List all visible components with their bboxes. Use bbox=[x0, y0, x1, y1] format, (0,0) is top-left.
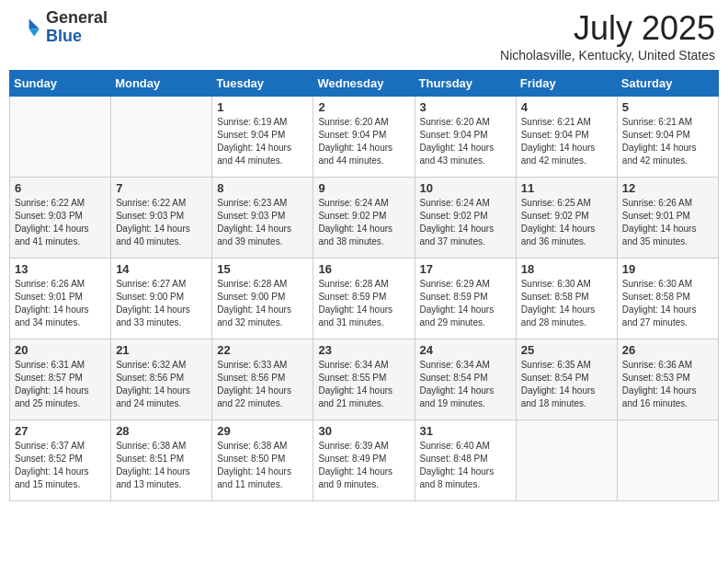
weekday-header: Tuesday bbox=[212, 71, 313, 97]
calendar-day-cell: 24Sunrise: 6:34 AM Sunset: 8:54 PM Dayli… bbox=[415, 339, 516, 420]
logo-text: General Blue bbox=[46, 9, 108, 46]
day-info: Sunrise: 6:20 AM Sunset: 9:04 PM Dayligh… bbox=[318, 116, 409, 167]
day-info: Sunrise: 6:20 AM Sunset: 9:04 PM Dayligh… bbox=[420, 116, 511, 167]
day-info: Sunrise: 6:22 AM Sunset: 9:03 PM Dayligh… bbox=[116, 197, 207, 248]
day-info: Sunrise: 6:35 AM Sunset: 8:54 PM Dayligh… bbox=[521, 359, 612, 410]
calendar: SundayMondayTuesdayWednesdayThursdayFrid… bbox=[9, 70, 719, 501]
svg-marker-1 bbox=[29, 29, 40, 36]
day-number: 8 bbox=[217, 181, 308, 195]
calendar-day-cell: 4Sunrise: 6:21 AM Sunset: 9:04 PM Daylig… bbox=[516, 97, 617, 178]
day-number: 31 bbox=[420, 424, 511, 438]
calendar-day-cell: 13Sunrise: 6:26 AM Sunset: 9:01 PM Dayli… bbox=[10, 259, 111, 339]
calendar-week-row: 13Sunrise: 6:26 AM Sunset: 9:01 PM Dayli… bbox=[10, 259, 719, 339]
calendar-day-cell: 2Sunrise: 6:20 AM Sunset: 9:04 PM Daylig… bbox=[313, 97, 415, 178]
day-info: Sunrise: 6:30 AM Sunset: 8:58 PM Dayligh… bbox=[622, 278, 713, 329]
day-info: Sunrise: 6:26 AM Sunset: 9:01 PM Dayligh… bbox=[15, 278, 106, 329]
day-number: 27 bbox=[15, 424, 106, 438]
weekday-header: Saturday bbox=[617, 71, 718, 97]
calendar-day-cell: 21Sunrise: 6:32 AM Sunset: 8:56 PM Dayli… bbox=[111, 339, 212, 420]
day-info: Sunrise: 6:33 AM Sunset: 8:56 PM Dayligh… bbox=[217, 359, 308, 410]
day-info: Sunrise: 6:38 AM Sunset: 8:51 PM Dayligh… bbox=[116, 440, 207, 491]
day-number: 18 bbox=[521, 262, 612, 276]
calendar-day-cell: 30Sunrise: 6:39 AM Sunset: 8:49 PM Dayli… bbox=[313, 420, 415, 501]
day-info: Sunrise: 6:39 AM Sunset: 8:49 PM Dayligh… bbox=[318, 440, 409, 491]
month-title: July 2025 bbox=[500, 9, 715, 48]
calendar-week-row: 27Sunrise: 6:37 AM Sunset: 8:52 PM Dayli… bbox=[10, 420, 719, 501]
calendar-day-cell: 9Sunrise: 6:24 AM Sunset: 9:02 PM Daylig… bbox=[313, 178, 415, 259]
weekday-header: Monday bbox=[111, 71, 212, 97]
weekday-header: Thursday bbox=[415, 71, 516, 97]
calendar-day-cell: 29Sunrise: 6:38 AM Sunset: 8:50 PM Dayli… bbox=[212, 420, 313, 501]
day-number: 11 bbox=[521, 181, 612, 195]
calendar-day-cell bbox=[617, 420, 718, 501]
logo: General Blue bbox=[13, 9, 108, 46]
day-number: 5 bbox=[622, 100, 713, 114]
day-info: Sunrise: 6:21 AM Sunset: 9:04 PM Dayligh… bbox=[622, 116, 713, 167]
day-number: 26 bbox=[622, 343, 713, 357]
day-info: Sunrise: 6:29 AM Sunset: 8:59 PM Dayligh… bbox=[420, 278, 511, 329]
day-number: 21 bbox=[116, 343, 207, 357]
weekday-header-row: SundayMondayTuesdayWednesdayThursdayFrid… bbox=[10, 71, 719, 97]
calendar-day-cell: 7Sunrise: 6:22 AM Sunset: 9:03 PM Daylig… bbox=[111, 178, 212, 259]
calendar-day-cell: 26Sunrise: 6:36 AM Sunset: 8:53 PM Dayli… bbox=[617, 339, 718, 420]
day-number: 30 bbox=[318, 424, 409, 438]
day-info: Sunrise: 6:32 AM Sunset: 8:56 PM Dayligh… bbox=[116, 359, 207, 410]
day-info: Sunrise: 6:26 AM Sunset: 9:01 PM Dayligh… bbox=[622, 197, 713, 248]
day-number: 15 bbox=[217, 262, 308, 276]
calendar-day-cell: 6Sunrise: 6:22 AM Sunset: 9:03 PM Daylig… bbox=[10, 178, 111, 259]
day-info: Sunrise: 6:21 AM Sunset: 9:04 PM Dayligh… bbox=[521, 116, 612, 167]
day-number: 22 bbox=[217, 343, 308, 357]
day-number: 1 bbox=[217, 100, 308, 114]
day-info: Sunrise: 6:34 AM Sunset: 8:54 PM Dayligh… bbox=[420, 359, 511, 410]
logo-icon bbox=[13, 13, 42, 42]
day-number: 6 bbox=[15, 181, 106, 195]
weekday-header: Sunday bbox=[10, 71, 111, 97]
day-info: Sunrise: 6:36 AM Sunset: 8:53 PM Dayligh… bbox=[622, 359, 713, 410]
day-number: 14 bbox=[116, 262, 207, 276]
day-info: Sunrise: 6:28 AM Sunset: 8:59 PM Dayligh… bbox=[318, 278, 409, 329]
day-info: Sunrise: 6:40 AM Sunset: 8:48 PM Dayligh… bbox=[420, 440, 511, 491]
page-header: General Blue July 2025 Nicholasville, Ke… bbox=[9, 9, 719, 63]
day-info: Sunrise: 6:31 AM Sunset: 8:57 PM Dayligh… bbox=[15, 359, 106, 410]
svg-marker-0 bbox=[29, 18, 40, 29]
calendar-day-cell: 23Sunrise: 6:34 AM Sunset: 8:55 PM Dayli… bbox=[313, 339, 415, 420]
day-info: Sunrise: 6:22 AM Sunset: 9:03 PM Dayligh… bbox=[15, 197, 106, 248]
calendar-day-cell: 22Sunrise: 6:33 AM Sunset: 8:56 PM Dayli… bbox=[212, 339, 313, 420]
calendar-day-cell: 11Sunrise: 6:25 AM Sunset: 9:02 PM Dayli… bbox=[516, 178, 617, 259]
day-number: 16 bbox=[318, 262, 409, 276]
day-info: Sunrise: 6:24 AM Sunset: 9:02 PM Dayligh… bbox=[318, 197, 409, 248]
day-number: 24 bbox=[420, 343, 511, 357]
day-number: 12 bbox=[622, 181, 713, 195]
calendar-week-row: 6Sunrise: 6:22 AM Sunset: 9:03 PM Daylig… bbox=[10, 178, 719, 259]
calendar-day-cell: 19Sunrise: 6:30 AM Sunset: 8:58 PM Dayli… bbox=[617, 259, 718, 339]
day-info: Sunrise: 6:19 AM Sunset: 9:04 PM Dayligh… bbox=[217, 116, 308, 167]
day-number: 2 bbox=[318, 100, 409, 114]
calendar-day-cell: 1Sunrise: 6:19 AM Sunset: 9:04 PM Daylig… bbox=[212, 97, 313, 178]
calendar-day-cell: 17Sunrise: 6:29 AM Sunset: 8:59 PM Dayli… bbox=[415, 259, 516, 339]
day-number: 29 bbox=[217, 424, 308, 438]
weekday-header: Wednesday bbox=[313, 71, 415, 97]
calendar-day-cell: 31Sunrise: 6:40 AM Sunset: 8:48 PM Dayli… bbox=[415, 420, 516, 501]
title-block: July 2025 Nicholasville, Kentucky, Unite… bbox=[500, 9, 715, 63]
day-info: Sunrise: 6:37 AM Sunset: 8:52 PM Dayligh… bbox=[15, 440, 106, 491]
weekday-header: Friday bbox=[516, 71, 617, 97]
day-info: Sunrise: 6:24 AM Sunset: 9:02 PM Dayligh… bbox=[420, 197, 511, 248]
calendar-day-cell: 20Sunrise: 6:31 AM Sunset: 8:57 PM Dayli… bbox=[10, 339, 111, 420]
calendar-day-cell: 3Sunrise: 6:20 AM Sunset: 9:04 PM Daylig… bbox=[415, 97, 516, 178]
day-number: 19 bbox=[622, 262, 713, 276]
day-number: 3 bbox=[420, 100, 511, 114]
location: Nicholasville, Kentucky, United States bbox=[500, 48, 715, 63]
day-info: Sunrise: 6:38 AM Sunset: 8:50 PM Dayligh… bbox=[217, 440, 308, 491]
day-number: 13 bbox=[15, 262, 106, 276]
calendar-day-cell: 18Sunrise: 6:30 AM Sunset: 8:58 PM Dayli… bbox=[516, 259, 617, 339]
day-number: 7 bbox=[116, 181, 207, 195]
calendar-day-cell: 25Sunrise: 6:35 AM Sunset: 8:54 PM Dayli… bbox=[516, 339, 617, 420]
calendar-day-cell: 12Sunrise: 6:26 AM Sunset: 9:01 PM Dayli… bbox=[617, 178, 718, 259]
day-number: 17 bbox=[420, 262, 511, 276]
calendar-day-cell bbox=[10, 97, 111, 178]
calendar-day-cell: 8Sunrise: 6:23 AM Sunset: 9:03 PM Daylig… bbox=[212, 178, 313, 259]
day-number: 4 bbox=[521, 100, 612, 114]
day-number: 10 bbox=[420, 181, 511, 195]
day-info: Sunrise: 6:30 AM Sunset: 8:58 PM Dayligh… bbox=[521, 278, 612, 329]
calendar-day-cell bbox=[516, 420, 617, 501]
